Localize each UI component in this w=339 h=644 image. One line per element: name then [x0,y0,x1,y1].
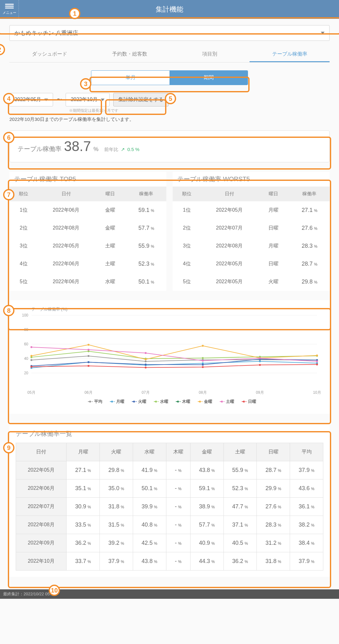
annotation-8: 8 [3,305,14,316]
annotation-2: 2 [0,44,5,55]
svg-text:07月: 07月 [142,390,149,395]
svg-point-40 [30,355,32,357]
hamburger-icon [5,4,14,5]
kpi-value: 38.7 [64,138,91,154]
table-row: 3位2022年05月土曜55.9 % [9,237,166,255]
svg-point-45 [316,354,318,356]
menu-button[interactable]: メニュー [0,0,19,19]
yoy-label: 前年比 [104,147,118,153]
worst5-table: 順位日付曜日稼働率1位2022年05月月曜27.1 %2位2022年07月日曜2… [173,187,330,291]
annotation-9: 9 [3,442,14,453]
table-row: 3位2022年08月月曜28.3 % [173,237,330,255]
svg-point-56 [259,364,261,366]
svg-text:06月: 06月 [84,390,92,395]
chevron-down-icon [321,32,325,34]
exclude-settings-button[interactable]: 集計除外設定をする [113,93,169,106]
top5-table: 順位日付曜日稼働率1位2022年06月金曜59.1 %2位2022年08月金曜5… [9,187,166,291]
line-chart: 2040608010005月06月07月08月09月10月平均月曜火曜水曜木曜金… [16,312,323,406]
svg-point-43 [202,345,204,347]
table-row: 2022年05月27.1 %29.8 %41.9 %- %43.8 %55.9 … [16,461,323,479]
tabs: ダッシュボード予約数・総客数項目別テーブル稼働率 [9,47,330,62]
date-from-select[interactable]: 2022年05月 [9,93,53,106]
svg-point-80 [243,401,245,403]
period-single-button[interactable]: 単月 [91,71,170,85]
table-row: 2022年10月33.7 %37.9 %43.8 %- %44.3 %36.2 … [16,552,323,571]
aggregation-note: 2022年10月30日までのテーブル稼働率を集計しています。 [9,116,330,122]
svg-point-57 [316,364,318,365]
footer: 10 最終集計：2022/10/22 05:00 [0,589,339,599]
hamburger-icon [5,8,14,8]
table-row: 2022年08月33.5 %31.5 %40.8 %- %57.7 %37.1 … [16,516,323,534]
svg-point-65 [133,401,135,403]
period-range-button[interactable]: 期間 [170,71,248,85]
tab-2[interactable]: 項目別 [170,47,250,62]
svg-point-77 [221,401,223,403]
svg-point-74 [199,401,201,403]
top5-title: テーブル稼働率 TOP5 [9,172,166,187]
annotation-6: 6 [3,132,14,143]
svg-point-46 [30,346,32,348]
annotation-4: 4 [3,93,14,104]
top5-box: テーブル稼働率 TOP5 順位日付曜日稼働率1位2022年06月金曜59.1 %… [9,172,166,291]
table-row: 1位2022年05月月曜27.1 % [173,201,330,219]
svg-text:日曜: 日曜 [248,399,256,404]
kpi-card: テーブル稼働率 38.7 % 前年比 ↗ 0.5 % [9,130,330,162]
annotation-10: 10 [49,585,60,596]
table-row: 5位2022年06月水曜50.1 % [9,273,166,291]
svg-point-31 [202,364,204,366]
date-to-select[interactable]: 2022年10月 [66,93,109,106]
app-header: メニュー 集計機能 [0,0,339,19]
svg-point-37 [202,357,204,359]
kpi-unit: % [94,146,99,153]
hamburger-icon [5,6,14,7]
svg-text:10月: 10月 [313,390,321,395]
list-box: テーブル稼働率一覧 日付月曜火曜水曜木曜金曜土曜日曜平均2022年05月27.1… [9,423,330,577]
table-row: 2022年06月35.1 %35.0 %50.1 %- %59.1 %52.3 … [16,479,323,498]
svg-point-59 [89,401,91,403]
worst5-box: テーブル稼働率 WORST5 順位日付曜日稼働率1位2022年05月月曜27.1… [173,172,330,291]
svg-text:09月: 09月 [256,390,264,395]
table-row: 2022年09月36.2 %39.2 %42.5 %- %40.9 %40.5 … [16,534,323,552]
svg-point-41 [88,344,89,346]
svg-text:20: 20 [24,371,29,375]
tab-1[interactable]: 予約数・総客数 [89,47,170,62]
table-row: 2位2022年08月金曜57.7 % [9,219,166,237]
date-separator: 〜 [57,96,62,103]
svg-point-50 [259,357,261,359]
svg-point-52 [30,366,32,368]
svg-text:80: 80 [24,327,29,332]
table-row: 1位2022年06月金曜59.1 % [9,201,166,219]
store-select[interactable]: かもめキッチン 八重洲店 [9,25,330,41]
svg-point-62 [111,401,113,403]
footer-label: 最終集計： [3,592,24,596]
svg-point-17 [88,355,89,357]
svg-point-51 [316,360,318,362]
svg-point-26 [259,360,261,362]
svg-point-68 [155,401,157,403]
list-title: テーブル稼働率一覧 [16,430,323,438]
page-title: 集計機能 [156,5,183,14]
svg-text:40: 40 [24,356,29,361]
table-row: 5位2022年05月火曜29.8 % [173,273,330,291]
svg-text:水曜: 水曜 [160,399,168,404]
svg-text:金曜: 金曜 [204,399,212,404]
annotation-5: 5 [165,93,176,104]
svg-point-18 [145,360,147,362]
tab-0[interactable]: ダッシュボード [9,47,89,62]
table-row: 2022年07月30.9 %31.8 %39.9 %- %38.9 %47.7 … [16,498,323,516]
svg-text:100: 100 [22,313,28,317]
svg-text:08月: 08月 [199,390,207,395]
period-toggle: 単月 期間 [91,70,248,85]
chevron-down-icon [44,99,48,101]
annotation-7: 7 [3,189,14,200]
svg-text:土曜: 土曜 [226,399,234,404]
annotation-1: 1 [69,8,80,19]
svg-point-29 [88,361,89,363]
tab-3[interactable]: テーブル稼働率 [250,47,330,62]
svg-point-53 [88,365,89,367]
svg-point-55 [202,366,204,368]
svg-point-42 [145,359,147,360]
yoy-arrow-up-icon: ↗ [121,147,125,152]
svg-point-30 [145,364,147,365]
svg-text:月曜: 月曜 [116,399,124,404]
